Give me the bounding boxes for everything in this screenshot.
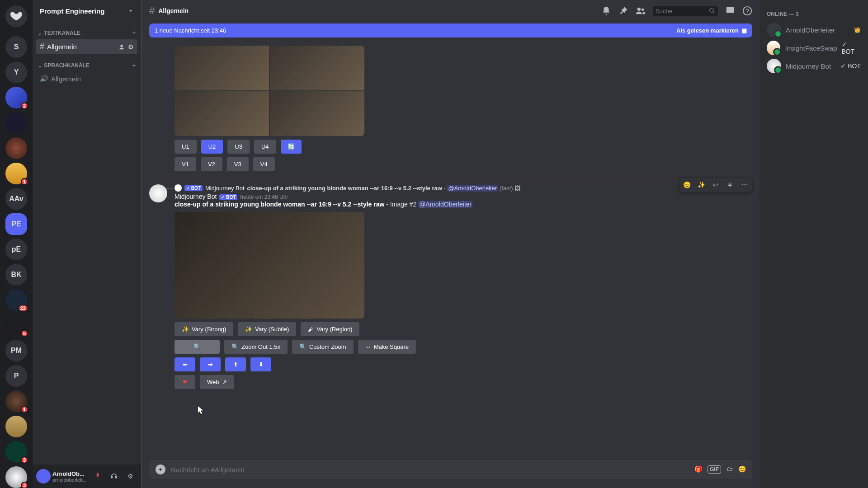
member-item[interactable]: ArnoldOberleiter 👑: [763, 21, 864, 39]
deafen-button[interactable]: [107, 469, 121, 483]
v2-button[interactable]: V2: [201, 157, 222, 171]
server-item[interactable]: 5: [5, 314, 27, 336]
voice-channel-item[interactable]: 🔊 Allgemein: [36, 72, 137, 85]
add-channel-icon[interactable]: +: [132, 62, 136, 69]
mute-mic-button[interactable]: [90, 469, 105, 483]
author-name[interactable]: Midjourney Bot: [175, 193, 217, 200]
u4-button[interactable]: U4: [254, 140, 276, 154]
message-list[interactable]: 1 neue Nachricht seit 23:46 Als gelesen …: [142, 22, 760, 460]
gear-icon[interactable]: ⚙: [128, 43, 134, 51]
compose-box[interactable]: + 🎁 GIF 🗂 😊: [149, 460, 752, 479]
v1-button[interactable]: V1: [175, 157, 196, 171]
server-item[interactable]: BK: [5, 264, 27, 286]
emoji-icon[interactable]: 😊: [738, 465, 746, 474]
search-input[interactable]: [656, 8, 709, 14]
channel-category-voice[interactable]: ⌄ SPRACHKANÄLE +: [36, 60, 137, 71]
v4-button[interactable]: V4: [253, 157, 275, 171]
server-header[interactable]: Prompt Engineering: [33, 0, 141, 22]
member-item[interactable]: InsightFaceSwap ✓ BOT: [763, 39, 864, 57]
gif-icon[interactable]: GIF: [708, 465, 721, 474]
channel-sidebar: Prompt Engineering ⌄ TEXTKANÄLE + # Allg…: [33, 0, 141, 488]
upscaled-image[interactable]: [175, 212, 364, 319]
member-avatar: [767, 59, 781, 73]
gift-icon[interactable]: 🎁: [694, 465, 702, 474]
reroll-button[interactable]: 🔄: [281, 140, 302, 154]
server-item[interactable]: 1: [5, 163, 27, 184]
vary-subtle-button[interactable]: ✨Vary (Subtle): [238, 322, 296, 336]
server-item[interactable]: AAv: [5, 188, 27, 210]
server-item[interactable]: PM: [5, 340, 27, 361]
server-name: Prompt Engineering: [40, 7, 104, 15]
dm-button[interactable]: [5, 5, 27, 27]
user-avatar[interactable]: [36, 469, 51, 483]
search-box[interactable]: [653, 6, 718, 16]
message-input[interactable]: [171, 466, 689, 474]
pinned-icon[interactable]: [618, 6, 628, 16]
server-item[interactable]: 2: [5, 87, 27, 108]
u1-button[interactable]: U1: [175, 140, 197, 154]
members-icon[interactable]: [636, 6, 646, 16]
bot-tag: ✓ BOT: [842, 41, 861, 55]
member-item[interactable]: Midjourney Bot ✓ BOT: [763, 57, 864, 75]
image-grid[interactable]: [175, 46, 364, 136]
server-item[interactable]: 3: [5, 441, 27, 463]
settings-button[interactable]: ⚙: [123, 469, 137, 483]
custom-zoom-button[interactable]: 🔍Custom Zoom: [292, 340, 354, 354]
server-item[interactable]: 1: [5, 390, 27, 412]
bot-tag: ✓ BOT: [219, 194, 237, 200]
favorite-button[interactable]: ❤: [175, 375, 195, 389]
help-icon[interactable]: ?: [742, 6, 752, 16]
threads-icon[interactable]: [584, 6, 594, 16]
author-avatar[interactable]: [149, 184, 167, 202]
server-item[interactable]: S: [5, 36, 27, 58]
make-square-button[interactable]: ↔Make Square: [358, 340, 416, 354]
zoom-2x-button[interactable]: 🔍: [175, 340, 220, 354]
channel-category-text[interactable]: ⌄ TEXTKANÄLE +: [36, 27, 137, 39]
notifications-icon[interactable]: [601, 6, 611, 16]
svg-text:?: ?: [745, 8, 749, 14]
bot-tag: ✓ BOT: [184, 185, 203, 191]
mark-read-icon: ▦: [741, 27, 747, 34]
pan-up-button[interactable]: ⬆: [225, 357, 246, 371]
member-header: ONLINE — 3: [763, 7, 864, 21]
pan-down-button[interactable]: ⬇: [250, 357, 271, 371]
attach-button[interactable]: +: [156, 465, 165, 474]
server-item[interactable]: pE: [5, 239, 27, 260]
server-item[interactable]: [5, 137, 27, 159]
v3-button[interactable]: V3: [227, 157, 249, 171]
user-panel: ArnoldOb... arnoldoberleit... ⚙: [33, 465, 141, 488]
speaker-icon: 🔊: [40, 75, 48, 83]
reply-reference[interactable]: ✓ BOT Midjourney Bot close-up of a strik…: [175, 184, 752, 192]
unread-bar[interactable]: 1 neue Nachricht seit 23:46 Als gelesen …: [149, 23, 752, 38]
invite-icon[interactable]: [119, 43, 126, 51]
inbox-icon[interactable]: [725, 6, 735, 16]
message-content: close-up of a striking young blonde woma…: [175, 200, 752, 209]
mark-read[interactable]: Als gelesen markieren: [676, 27, 739, 34]
server-item-active[interactable]: PE: [5, 213, 27, 235]
channel-item-allgemein[interactable]: # Allgemein ⚙: [36, 39, 137, 54]
pan-right-button[interactable]: ➡: [200, 357, 221, 371]
chat-header: # Allgemein ?: [142, 0, 760, 22]
hash-icon: #: [149, 5, 155, 17]
hash-icon: #: [40, 42, 44, 52]
svg-point-2: [642, 9, 644, 11]
server-item[interactable]: 22: [5, 289, 27, 311]
vary-strong-button[interactable]: ✨Vary (Strong): [175, 322, 233, 336]
web-button[interactable]: Web ↗: [200, 375, 234, 389]
main-area: # Allgemein ? 1 neue Nachricht seit 23:4…: [141, 0, 760, 488]
server-item[interactable]: 3: [5, 466, 27, 488]
server-item[interactable]: [5, 112, 27, 134]
u3-button[interactable]: U3: [227, 140, 250, 154]
member-avatar: [767, 23, 781, 37]
vary-region-button[interactable]: 🖌Vary (Region): [301, 322, 359, 336]
bot-tag: ✓ BOT: [840, 62, 861, 70]
pan-left-button[interactable]: ⬅: [175, 357, 195, 371]
zoom-1-5x-button[interactable]: 🔍Zoom Out 1.5x: [224, 340, 288, 354]
member-list: ONLINE — 3 ArnoldOberleiter 👑 InsightFac…: [760, 0, 868, 488]
server-item[interactable]: Y: [5, 61, 27, 83]
server-item[interactable]: P: [5, 365, 27, 387]
sticker-icon[interactable]: 🗂: [726, 465, 733, 474]
u2-button[interactable]: U2: [201, 140, 223, 154]
server-item[interactable]: [5, 416, 27, 437]
add-channel-icon[interactable]: +: [132, 30, 136, 36]
